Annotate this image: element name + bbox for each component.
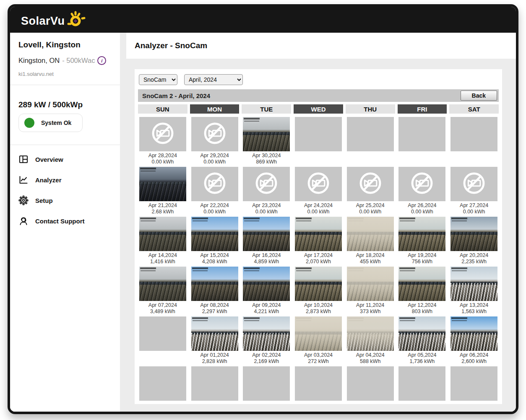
site-location-line: Kingston, ON - 500kWac i — [18, 56, 112, 65]
empty-day-placeholder — [139, 366, 186, 401]
day-date: Apr 06,2024 — [460, 352, 488, 358]
no-camera-thumbnail — [398, 167, 445, 201]
empty-day-placeholder — [295, 366, 342, 401]
app-window: SolarVu — [8, 4, 518, 414]
calendar-empty-cell — [294, 366, 343, 401]
day-photo-thumbnail[interactable] — [191, 316, 238, 351]
calendar-empty-cell — [294, 117, 343, 165]
calendar-day-cell: Apr 22,2024 0.00 kWh — [190, 167, 240, 215]
sidebar-nav: Overview Analyzer Setup Contact Support — [18, 154, 112, 226]
info-icon[interactable]: i — [97, 56, 106, 65]
day-photo-thumbnail[interactable] — [243, 316, 290, 351]
day-date: Apr 26,2024 — [408, 202, 436, 209]
calendar-day-cell: Apr 07,2024 3,489 kWh — [138, 267, 187, 315]
sidebar-item-contact-support[interactable]: Contact Support — [18, 216, 112, 226]
day-date: Apr 17,2024 — [304, 252, 333, 259]
no-camera-icon — [202, 120, 228, 148]
day-energy: 0.00 kWh — [201, 209, 229, 215]
empty-day-placeholder — [191, 366, 238, 401]
day-energy: 0.00 kWh — [304, 209, 333, 215]
day-date: Apr 30,2024 — [252, 153, 281, 159]
day-date: Apr 07,2024 — [148, 302, 177, 309]
no-camera-thumbnail — [450, 167, 497, 201]
day-date: Apr 27,2024 — [460, 202, 488, 209]
calendar-empty-cell — [242, 366, 291, 401]
day-energy: 0.00 kWh — [356, 209, 385, 215]
empty-day-placeholder — [243, 366, 290, 401]
solarvu-logo: SolarVu — [21, 10, 86, 29]
day-energy: 455 kWh — [356, 259, 385, 265]
status-dot-icon — [24, 118, 34, 128]
month-select[interactable]: April, 2024 — [184, 74, 243, 85]
calendar-grid: Apr 28,2024 0.00 kWh Apr 29,2 — [138, 117, 499, 401]
no-camera-icon — [461, 170, 487, 198]
day-photo-thumbnail[interactable] — [139, 267, 186, 301]
day-photo-thumbnail[interactable] — [347, 267, 394, 301]
calendar-day-cell: Apr 18,2024 455 kWh — [346, 217, 395, 265]
panel-titlebar: SnoCam 2 - April, 2024 Back — [138, 89, 499, 102]
day-energy: 0.00 kWh — [252, 209, 281, 215]
day-photo-thumbnail[interactable] — [243, 217, 290, 251]
back-button[interactable]: Back — [461, 91, 497, 101]
camera-select[interactable]: SnoCam 2 — [139, 74, 177, 85]
calendar-day-cell: Apr 02,2024 2,169 kWh — [242, 316, 291, 365]
day-header-mon: MON — [190, 104, 240, 114]
calendar-day-cell: Apr 03,2024 272 kWh — [294, 316, 343, 365]
analyzer-icon — [18, 175, 29, 185]
no-camera-thumbnail — [139, 117, 186, 151]
calendar-empty-cell — [449, 366, 499, 401]
day-energy: 869 kWh — [252, 159, 281, 165]
day-photo-thumbnail[interactable] — [139, 217, 186, 251]
day-photo-thumbnail[interactable] — [191, 267, 238, 301]
day-photo-thumbnail[interactable] — [398, 217, 445, 251]
day-header-sun: SUN — [138, 104, 187, 114]
sidebar-item-overview[interactable]: Overview — [18, 154, 112, 164]
calendar-empty-cell — [398, 366, 447, 401]
app-body: Lovell, Kingston Kingston, ON - 500kWac … — [10, 33, 516, 412]
day-date: Apr 21,2024 — [148, 202, 177, 209]
day-photo-thumbnail[interactable] — [295, 217, 342, 251]
day-header-fri: FRI — [398, 104, 447, 114]
day-photo-thumbnail[interactable] — [243, 267, 290, 301]
calendar-day-cell: Apr 01,2024 2,828 kWh — [190, 316, 240, 365]
power-reading: 289 kW / 500kWp — [18, 100, 112, 109]
calendar-day-cell: Apr 25,2024 0.00 kWh — [346, 167, 395, 215]
day-photo-thumbnail[interactable] — [347, 217, 394, 251]
day-energy: 1,563 kWh — [460, 309, 488, 315]
day-energy: 2,169 kWh — [252, 358, 281, 365]
day-date: Apr 28,2024 — [148, 153, 177, 159]
day-energy: 0.00 kWh — [148, 159, 177, 165]
day-energy: 4,221 kWh — [252, 309, 281, 315]
calendar-day-cell: Apr 06,2024 2,600 kWh — [449, 316, 499, 365]
day-date: Apr 08,2024 — [201, 302, 229, 309]
day-date: Apr 01,2024 — [201, 352, 229, 358]
day-photo-thumbnail[interactable] — [450, 267, 497, 301]
calendar-day-cell: Apr 13,2024 1,563 kWh — [449, 267, 499, 315]
day-photo-thumbnail[interactable] — [450, 316, 497, 351]
sidebar-item-analyzer[interactable]: Analyzer — [18, 175, 112, 185]
sidebar: Lovell, Kingston Kingston, ON - 500kWac … — [10, 33, 120, 412]
support-icon — [18, 216, 29, 226]
sidebar-divider-top — [10, 85, 120, 85]
day-photo-thumbnail[interactable] — [139, 167, 186, 201]
no-camera-thumbnail — [191, 117, 238, 151]
day-photo-thumbnail[interactable] — [295, 316, 342, 351]
calendar-day-cell: Apr 26,2024 0.00 kWh — [398, 167, 447, 215]
calendar-day-cell: Apr 23,2024 0.00 kWh — [242, 167, 291, 215]
sidebar-item-setup[interactable]: Setup — [18, 195, 112, 205]
calendar-day-cell: Apr 17,2024 2,070 kWh — [294, 217, 343, 265]
calendar-empty-cell — [449, 117, 499, 165]
day-photo-thumbnail[interactable] — [191, 217, 238, 251]
calendar-day-cell: Apr 10,2024 2,873 kWh — [294, 267, 343, 315]
day-photo-thumbnail[interactable] — [347, 316, 394, 351]
calendar-day-cell: Apr 16,2024 4,859 kWh — [242, 217, 291, 265]
day-date: Apr 11,2024 — [356, 302, 384, 309]
day-photo-thumbnail[interactable] — [450, 217, 497, 251]
day-photo-thumbnail[interactable] — [295, 267, 342, 301]
day-photo-thumbnail[interactable] — [398, 267, 445, 301]
calendar-day-cell: Apr 19,2024 756 kWh — [398, 217, 447, 265]
calendar-day-cell: Apr 21,2024 2.68 kWh — [138, 167, 187, 215]
snocam-controls: SnoCam 2 April, 2024 — [139, 74, 499, 85]
day-photo-thumbnail[interactable] — [398, 316, 445, 351]
day-photo-thumbnail[interactable] — [243, 117, 290, 151]
